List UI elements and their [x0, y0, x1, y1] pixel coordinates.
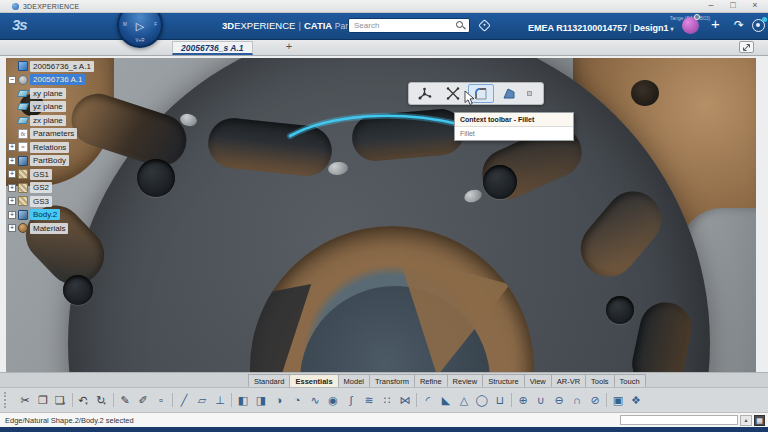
3d-canvas[interactable]: Context toolbar - Fillet Fillet 20056736… [6, 58, 756, 372]
copy-icon[interactable]: ❐ [33, 391, 51, 409]
tree-expander[interactable]: + [8, 143, 16, 151]
tree-expander[interactable]: − [8, 76, 16, 84]
search-input[interactable] [349, 21, 456, 30]
notification-badge [762, 17, 767, 22]
thickness-icon[interactable]: ⊔ [490, 391, 508, 409]
draft-icon[interactable]: △ [454, 391, 472, 409]
new-tab-button[interactable]: + [282, 40, 296, 52]
hole-tool-icon[interactable]: ◉ [323, 391, 341, 409]
command-input[interactable] [620, 415, 738, 425]
avatar-status-badge [694, 14, 700, 20]
tree-item[interactable]: + GS2 [8, 182, 158, 195]
tree-item[interactable]: 20056736_s A.1 [8, 60, 158, 73]
explode-icon[interactable] [440, 84, 466, 103]
cut-icon[interactable]: ✂ [15, 391, 33, 409]
tree-item-label: Body.2 [30, 209, 60, 220]
pattern-icon[interactable]: ∷ [377, 391, 395, 409]
tree-item[interactable]: + Materials [8, 222, 158, 235]
tree-item[interactable]: + Relations [8, 141, 158, 154]
mouse-cursor [464, 90, 476, 106]
close-button[interactable]: × [744, 0, 766, 12]
tree-item[interactable]: + GS3 [8, 195, 158, 208]
selected-fillet-edge[interactable] [286, 106, 466, 146]
undo-icon[interactable]: ↶▾ [74, 391, 92, 409]
intersect-icon[interactable]: ∩ [567, 391, 585, 409]
document-tabbar: 20056736_s A.1 + [0, 40, 768, 56]
plate-hole [606, 296, 634, 324]
tooltip: Context toolbar - Fillet Fillet [454, 112, 574, 141]
status-expand-button[interactable]: ▴ [740, 415, 752, 426]
remove-boolean-icon[interactable]: ⊖ [549, 391, 567, 409]
multi-section-icon[interactable]: ≋ [359, 391, 377, 409]
chamfer-tool-icon[interactable]: ◣ [436, 391, 454, 409]
tree-item[interactable]: xy plane [8, 87, 158, 100]
robot-manipulator-icon[interactable] [412, 84, 438, 103]
split-icon[interactable]: ⊘ [585, 391, 603, 409]
mirror-icon[interactable]: ⋈ [395, 391, 413, 409]
plane-tool-icon[interactable]: ▱ [192, 391, 210, 409]
maximize-button[interactable]: □ [722, 0, 744, 12]
viewport-expand-button[interactable] [739, 41, 754, 53]
tenant-selector[interactable]: EMEA R1132100014757|Design1▾ [528, 23, 674, 33]
ribbon-tab[interactable]: Structure [482, 374, 523, 388]
ribbon-tab[interactable]: Model [338, 374, 369, 388]
redo-icon[interactable]: ↻▾ [92, 391, 110, 409]
shell-icon[interactable]: ◯ [472, 391, 490, 409]
search-box[interactable] [348, 18, 470, 33]
groove-icon[interactable]: ◔ [287, 391, 305, 409]
document-tab[interactable]: 20056736_s A.1 [172, 41, 253, 55]
body-tool-icon[interactable]: ▣ [608, 391, 626, 409]
ribbon-tab[interactable]: Tools [585, 374, 614, 388]
add-boolean-icon[interactable]: ∪ [531, 391, 549, 409]
ribbon-tab[interactable]: Essentials [289, 374, 337, 388]
axis-system-icon[interactable]: ⊥ [210, 391, 228, 409]
search-icon[interactable] [456, 21, 465, 30]
tree-item[interactable]: Parameters [8, 128, 158, 141]
ribbon-tab[interactable]: AR-VR [551, 374, 585, 388]
tree-expander[interactable]: + [8, 224, 16, 232]
tree-item[interactable]: + GS1 [8, 168, 158, 181]
tree-item[interactable]: + Body.2 [8, 209, 158, 222]
bottom-accent-strip [0, 427, 768, 432]
tag-icon[interactable] [478, 19, 491, 32]
ribbon-tab[interactable]: Refine [414, 374, 447, 388]
minimize-button[interactable]: – [700, 0, 722, 12]
rib-icon[interactable]: ∫ [341, 391, 359, 409]
insert-icon[interactable]: ❖ [626, 391, 644, 409]
tree-item[interactable]: + PartBody [8, 155, 158, 168]
paste-icon[interactable]: ❏▾ [51, 391, 69, 409]
application-window: 3DEXPERIENCE – □ × 3s 3DEXPERIENCE|CATIA… [0, 0, 768, 432]
ribbon-tab[interactable]: Touch [614, 374, 646, 388]
shaft-icon[interactable]: ◑ [269, 391, 287, 409]
ribbon-tab[interactable]: Review [447, 374, 483, 388]
toolbar-drag-handle[interactable] [4, 392, 9, 408]
positioned-sketch-icon[interactable]: ✐ [133, 391, 151, 409]
more-options-icon[interactable]: ▫ [151, 391, 169, 409]
tree-item-icon [18, 169, 28, 179]
tree-item[interactable]: yz plane [8, 101, 158, 114]
tree-expander[interactable]: + [8, 184, 16, 192]
assemble-icon[interactable]: ⊕ [513, 391, 531, 409]
sketch-icon[interactable]: ✎ [115, 391, 133, 409]
ribbon-tab[interactable]: Transform [369, 374, 414, 388]
toolbar-drag-handle[interactable] [527, 91, 532, 96]
add-content-button[interactable]: + [711, 15, 720, 32]
pocket-icon[interactable]: ◨ [251, 391, 269, 409]
fillet-tool-icon[interactable]: ◜ [418, 391, 436, 409]
status-grid-icon[interactable]: ▦ [754, 415, 765, 426]
tree-item-icon [17, 103, 30, 110]
share-icon[interactable]: ↷ [734, 18, 744, 32]
sweep-icon[interactable]: ∿ [305, 391, 323, 409]
tree-expander[interactable]: + [8, 170, 16, 178]
tree-expander[interactable]: + [8, 197, 16, 205]
line-icon[interactable]: ╱ [174, 391, 192, 409]
pad-icon[interactable]: ◧ [233, 391, 251, 409]
ribbon-tab[interactable]: Standard [248, 374, 289, 388]
ribbon-tab[interactable]: View [524, 374, 551, 388]
tree-expander[interactable]: + [8, 157, 16, 165]
tree-item[interactable]: zx plane [8, 114, 158, 127]
chamfer-icon[interactable] [496, 84, 522, 103]
tree-expander[interactable]: + [8, 211, 16, 219]
chevron-down-icon: ▾ [671, 26, 674, 32]
tree-item[interactable]: − 20056736 A.1 [8, 74, 158, 87]
